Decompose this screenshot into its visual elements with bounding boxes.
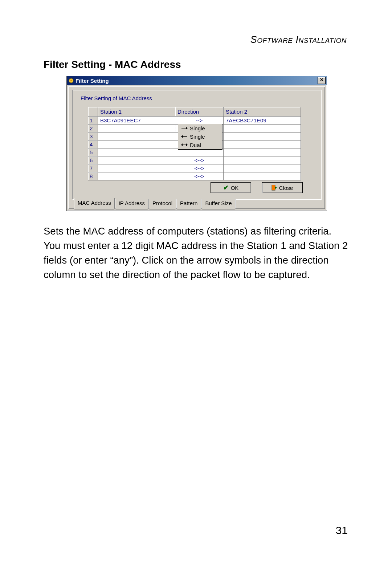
station2-cell[interactable] — [224, 164, 301, 172]
section-title: Filter Setting - MAC Address — [44, 59, 181, 70]
station1-cell[interactable] — [98, 125, 175, 133]
dropdown-option-dual[interactable]: Dual — [178, 141, 222, 149]
dialog-button-row: ✔ OK Close — [211, 182, 303, 193]
direction-cell[interactable]: <--> — [175, 164, 224, 172]
tab-pattern[interactable]: Pattern — [176, 199, 201, 209]
panel-caption: Filter Setting of MAC Address — [81, 95, 152, 101]
svg-point-1 — [70, 80, 72, 81]
row-number: 4 — [88, 141, 98, 148]
dropdown-label: Single — [190, 125, 205, 131]
row-number: 1 — [88, 117, 98, 125]
station1-cell[interactable] — [98, 133, 175, 141]
close-button[interactable]: Close — [262, 182, 303, 193]
dialog-title: Filter Setting — [75, 78, 318, 84]
svg-rect-10 — [272, 185, 275, 190]
svg-marker-7 — [181, 143, 183, 146]
station2-cell[interactable] — [224, 133, 301, 141]
row-number: 5 — [88, 148, 98, 156]
station1-cell[interactable] — [98, 164, 175, 172]
tab-mac-address[interactable]: MAC Address — [74, 198, 115, 209]
dropdown-label: Dual — [190, 142, 201, 148]
station2-cell[interactable]: 7AECB3C71E09 — [224, 117, 301, 125]
station1-cell[interactable]: B3C7A091EEC7 — [98, 117, 175, 125]
row-number: 3 — [88, 133, 98, 141]
direction-dropdown: Single Single Dual — [178, 124, 222, 150]
filter-setting-dialog: Filter Setting ✕ Filter Setting of MAC A… — [66, 76, 327, 211]
door-exit-icon — [272, 185, 277, 191]
row-number: 7 — [88, 164, 98, 172]
page-header: Software Installation — [250, 34, 347, 45]
svg-marker-3 — [186, 127, 188, 130]
col-station2: Station 2 — [224, 107, 301, 117]
direction-cell[interactable]: --> — [175, 117, 224, 125]
station2-cell[interactable] — [224, 156, 301, 164]
check-icon: ✔ — [223, 184, 229, 192]
arrow-right-icon — [181, 125, 188, 131]
station1-cell[interactable] — [98, 148, 175, 156]
station2-cell[interactable] — [224, 148, 301, 156]
direction-cell[interactable]: <--> — [175, 172, 224, 180]
row-number: 2 — [88, 125, 98, 133]
direction-cell[interactable]: <--> — [175, 156, 224, 164]
filter-panel: Filter Setting of MAC Address Station 1 … — [72, 90, 321, 199]
row-number: 8 — [88, 172, 98, 180]
table-row: 6 <--> — [88, 156, 301, 164]
station2-cell[interactable] — [224, 141, 301, 148]
station1-cell[interactable] — [98, 156, 175, 164]
row-number: 6 — [88, 156, 98, 164]
ok-label: OK — [231, 185, 239, 191]
tab-ip-address[interactable]: IP Address — [115, 199, 149, 209]
svg-marker-8 — [186, 143, 188, 146]
table-row: 7 <--> — [88, 164, 301, 172]
grid-corner — [88, 107, 98, 117]
station1-cell[interactable] — [98, 141, 175, 148]
title-bar: Filter Setting ✕ — [67, 76, 327, 85]
svg-marker-11 — [275, 186, 277, 189]
body-paragraph: Sets the MAC address of computers (stati… — [44, 224, 348, 282]
col-station1: Station 1 — [98, 107, 175, 117]
station2-cell[interactable] — [224, 125, 301, 133]
filter-tabs: MAC Address IP Address Protocol Pattern … — [74, 198, 236, 209]
dialog-client-area: Filter Setting of MAC Address Station 1 … — [68, 86, 325, 209]
station2-cell[interactable] — [224, 172, 301, 180]
arrow-dual-icon — [181, 142, 188, 148]
tab-buffer-size[interactable]: Buffer Size — [201, 199, 236, 209]
col-direction: Direction — [175, 107, 224, 117]
dropdown-label: Single — [190, 134, 205, 140]
dropdown-option-single-left[interactable]: Single — [178, 133, 222, 141]
tab-protocol[interactable]: Protocol — [148, 199, 176, 209]
station1-cell[interactable] — [98, 172, 175, 180]
svg-marker-5 — [181, 135, 183, 138]
close-label: Close — [279, 185, 293, 191]
table-row: 8 <--> — [88, 172, 301, 180]
arrow-left-icon — [181, 134, 188, 140]
dropdown-option-single-right[interactable]: Single — [178, 124, 222, 133]
page-number: 31 — [336, 524, 348, 537]
close-icon: ✕ — [320, 77, 324, 82]
window-close-button[interactable]: ✕ — [318, 77, 326, 84]
table-row: 1 B3C7A091EEC7 --> 7AECB3C71E09 — [88, 117, 301, 125]
ok-button[interactable]: ✔ OK — [211, 182, 251, 193]
app-gear-icon — [68, 78, 74, 84]
